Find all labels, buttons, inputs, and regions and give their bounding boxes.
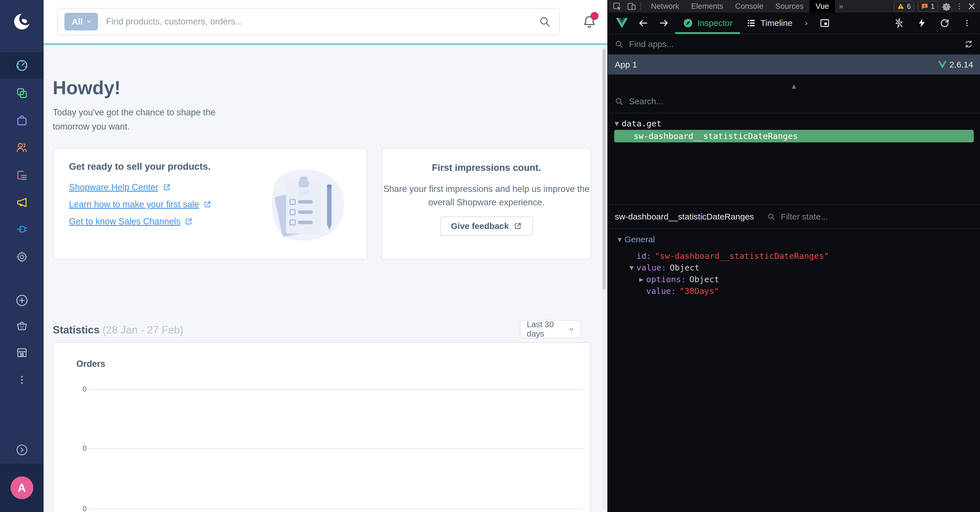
forward-arrow-icon[interactable] bbox=[659, 18, 669, 28]
search-filter-chip[interactable]: All bbox=[64, 13, 98, 30]
search-icon bbox=[615, 40, 623, 48]
inspect-element-icon[interactable] bbox=[612, 2, 622, 11]
divider bbox=[640, 2, 641, 10]
sidebar-item-shop[interactable] bbox=[0, 312, 44, 339]
notifications-button[interactable] bbox=[582, 14, 597, 29]
sidebar-item-catalogues[interactable] bbox=[0, 80, 44, 106]
screen: A All Howdy! Today you've got the cha bbox=[0, 0, 980, 512]
tree-group-data-get[interactable]: ▼ data.get bbox=[608, 118, 980, 129]
statistics-header: Statistics (28 Jan - 27 Feb) Last 30 day… bbox=[53, 320, 591, 340]
link-sales-channels[interactable]: Get to know Sales Channels bbox=[69, 216, 193, 227]
sidebar-item-content[interactable] bbox=[0, 162, 44, 189]
card-feedback: First impressions count. Share your firs… bbox=[382, 148, 591, 260]
tab-vue[interactable]: Vue bbox=[810, 0, 835, 13]
sidebar-item-storefront[interactable] bbox=[0, 339, 44, 366]
search-input[interactable] bbox=[106, 16, 539, 27]
state-panel: sw-dashboard__statisticDateRanges ▼ Gene… bbox=[608, 205, 980, 512]
search-icon[interactable] bbox=[539, 16, 551, 28]
sidebar-item-orders[interactable] bbox=[0, 107, 44, 134]
kebab-menu-icon[interactable] bbox=[963, 19, 972, 28]
sidebar-item-marketing[interactable] bbox=[0, 189, 44, 216]
tab-console[interactable]: Console bbox=[729, 0, 770, 13]
filter-state bbox=[767, 212, 973, 221]
sidebar: A bbox=[0, 0, 44, 512]
card-get-ready: Get ready to sell your products. Shopwar… bbox=[53, 148, 368, 260]
card-feedback-title: First impressions count. bbox=[382, 162, 590, 173]
close-icon[interactable] bbox=[967, 2, 976, 11]
feedback-line-1: Share your first impressions and help us… bbox=[383, 184, 590, 194]
state-entry-id[interactable]: id:"sw-dashboard__statisticDateRanges" bbox=[608, 250, 980, 262]
chevron-down-icon bbox=[568, 326, 574, 332]
intro-line-2: tomorrow you want. bbox=[53, 122, 130, 132]
sidebar-item-dashboard[interactable] bbox=[0, 52, 44, 79]
state-entry-inner-value[interactable]: value:"30Days" bbox=[608, 285, 980, 297]
sidebar-item-help[interactable] bbox=[0, 437, 44, 463]
date-range-select[interactable]: Last 30 days bbox=[520, 320, 581, 338]
vue-toolbar: Inspector Timeline › bbox=[608, 13, 980, 34]
sidebar-item-customers[interactable] bbox=[0, 134, 44, 161]
sidebar-item-extensions[interactable] bbox=[0, 216, 44, 242]
tab-sources[interactable]: Sources bbox=[770, 0, 810, 13]
tab-timeline[interactable]: Timeline bbox=[746, 12, 792, 34]
tab-label: Sources bbox=[775, 2, 803, 11]
back-arrow-icon[interactable] bbox=[638, 18, 648, 28]
external-link-icon bbox=[513, 222, 522, 231]
scrollbar-thumb[interactable] bbox=[603, 49, 606, 289]
search-icon bbox=[767, 213, 775, 221]
device-toolbar-icon[interactable] bbox=[627, 2, 636, 11]
link-first-sale[interactable]: Learn how to make your first sale bbox=[69, 199, 212, 210]
link-help-center[interactable]: Shopware Help Center bbox=[69, 182, 171, 192]
plus-circle-icon bbox=[15, 294, 29, 307]
find-apps-input[interactable] bbox=[629, 39, 964, 49]
issues-count: 1 bbox=[931, 2, 935, 11]
inspector-search-input[interactable] bbox=[629, 97, 973, 106]
kebab-menu-icon[interactable] bbox=[955, 2, 964, 11]
date-range-value: Last 30 days bbox=[527, 320, 568, 339]
expand-arrow[interactable]: ▶ bbox=[636, 276, 646, 283]
shopware-logo[interactable] bbox=[0, 0, 44, 43]
tree-item-selected[interactable]: sw-dashboard__statisticDateRanges bbox=[614, 130, 974, 142]
statistics-label: Statistics bbox=[53, 324, 100, 336]
find-apps-row bbox=[608, 34, 980, 55]
app-row[interactable]: App 1 2.6.14 bbox=[608, 55, 980, 75]
scrollbar-track[interactable] bbox=[602, 47, 606, 510]
tab-inspector[interactable]: Inspector bbox=[682, 12, 732, 34]
refresh-icon[interactable] bbox=[940, 18, 950, 28]
state-entry-value[interactable]: ▼ value:Object bbox=[608, 262, 980, 273]
avatar[interactable]: A bbox=[11, 476, 33, 499]
entry-value: "sw-dashboard__statisticDateRanges" bbox=[655, 251, 829, 261]
sidebar-item-settings[interactable] bbox=[0, 244, 44, 270]
refresh-apps-icon[interactable] bbox=[964, 40, 973, 49]
issues-badge[interactable]: 1 bbox=[918, 1, 938, 12]
give-feedback-button[interactable]: Give feedback bbox=[440, 216, 533, 236]
more-tabs-chevron[interactable]: › bbox=[805, 17, 808, 29]
more-tabs-chevron[interactable]: » bbox=[835, 2, 847, 11]
expand-arrow[interactable]: ▼ bbox=[627, 264, 636, 271]
chart-gridline bbox=[89, 509, 584, 509]
search-icon bbox=[615, 97, 623, 106]
state-entry-options[interactable]: ▶ options:Object bbox=[608, 273, 980, 285]
sidebar-item-more[interactable] bbox=[0, 367, 44, 393]
card-feedback-body: Share your first impressions and help us… bbox=[382, 182, 590, 209]
panel-position-icon[interactable] bbox=[819, 17, 830, 29]
timeline-icon bbox=[746, 18, 756, 28]
sidebar-item-add-new[interactable] bbox=[0, 287, 44, 313]
tab-elements[interactable]: Elements bbox=[685, 0, 729, 13]
collapse-arrow[interactable]: ▼ bbox=[615, 236, 624, 243]
lightning-off-icon[interactable] bbox=[894, 18, 904, 28]
scroll-up-indicator[interactable]: ▲ bbox=[608, 82, 980, 90]
page-title: Howdy! bbox=[53, 77, 121, 99]
tab-network[interactable]: Network bbox=[645, 0, 685, 13]
lightning-icon[interactable] bbox=[917, 18, 927, 28]
chart-tick: 0 bbox=[79, 505, 87, 512]
filter-state-input[interactable] bbox=[781, 212, 973, 221]
dashboard-icon bbox=[15, 59, 29, 72]
section-general[interactable]: ▼ General bbox=[608, 234, 980, 245]
state-body: ▼ General id:"sw-dashboard__statisticDat… bbox=[608, 234, 980, 297]
svg-text:ℓαℓ: ℓαℓ bbox=[299, 189, 309, 196]
warnings-count: 6 bbox=[907, 2, 911, 11]
warnings-badge[interactable]: 6 bbox=[894, 1, 914, 12]
statistics-title: Statistics (28 Jan - 27 Feb) bbox=[53, 324, 183, 336]
collapse-arrow[interactable]: ▼ bbox=[612, 120, 622, 127]
settings-gear-icon[interactable] bbox=[942, 2, 951, 11]
